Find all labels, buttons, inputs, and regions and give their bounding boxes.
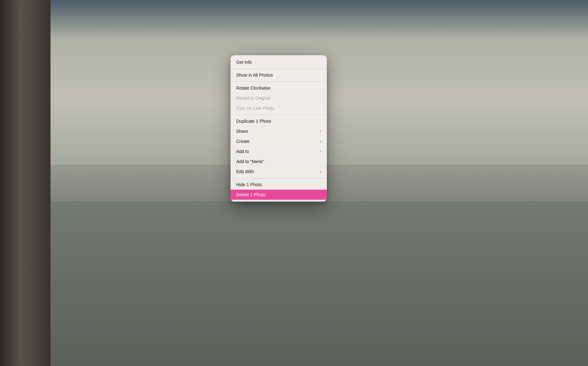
menu-item-label-create: Create [236, 139, 317, 144]
separator-after-get-info [231, 68, 327, 69]
menu-item-add-to[interactable]: Add to› [231, 146, 327, 156]
menu-item-label-add-to-merle: Add to “Merle” [236, 159, 321, 164]
submenu-arrow-add-to: › [320, 149, 321, 154]
menu-item-label-edit-with: Edit With [236, 169, 317, 174]
menu-item-label-share: Share [236, 129, 317, 134]
menu-item-add-to-merle[interactable]: Add to “Merle” [231, 156, 327, 167]
menu-item-label-turn-on-live-photo: Turn On Live Photo [236, 106, 321, 111]
menu-item-label-revert-to-original: Revert to Original [236, 96, 321, 101]
menu-item-create[interactable]: Create› [231, 136, 327, 146]
context-menu: Get InfoShow in All PhotosRotate Clockwi… [231, 55, 327, 202]
menu-item-edit-with[interactable]: Edit With› [231, 167, 327, 177]
separator-after-turn-on-live-photo [231, 115, 327, 115]
menu-item-get-info[interactable]: Get Info [231, 57, 327, 67]
separator-after-show-in-all-photos [231, 81, 327, 82]
menu-item-turn-on-live-photo: Turn On Live Photo [231, 103, 327, 113]
column-left [0, 0, 51, 366]
menu-item-label-show-in-all-photos: Show in All Photos [236, 73, 321, 78]
submenu-arrow-share: › [320, 129, 321, 133]
menu-item-duplicate-photo[interactable]: Duplicate 1 Photo [231, 116, 327, 126]
menu-item-revert-to-original: Revert to Original [231, 93, 327, 103]
menu-item-show-in-all-photos[interactable]: Show in All Photos [231, 70, 327, 80]
menu-item-rotate-clockwise[interactable]: Rotate Clockwise [231, 83, 327, 93]
menu-item-label-rotate-clockwise: Rotate Clockwise [236, 86, 321, 91]
submenu-arrow-edit-with: › [320, 169, 321, 174]
menu-item-label-delete-photo: Delete 1 Photo [236, 192, 321, 197]
menu-item-label-get-info: Get Info [236, 60, 321, 65]
menu-item-hide-photo[interactable]: Hide 1 Photo [231, 180, 327, 190]
separator-after-edit-with [231, 178, 327, 178]
submenu-arrow-create: › [320, 139, 321, 144]
menu-item-label-add-to: Add to [236, 149, 317, 154]
menu-item-label-duplicate-photo: Duplicate 1 Photo [236, 119, 321, 124]
menu-item-delete-photo[interactable]: Delete 1 Photo [231, 190, 327, 200]
menu-item-share[interactable]: Share› [231, 126, 327, 136]
menu-item-label-hide-photo: Hide 1 Photo [236, 182, 321, 187]
